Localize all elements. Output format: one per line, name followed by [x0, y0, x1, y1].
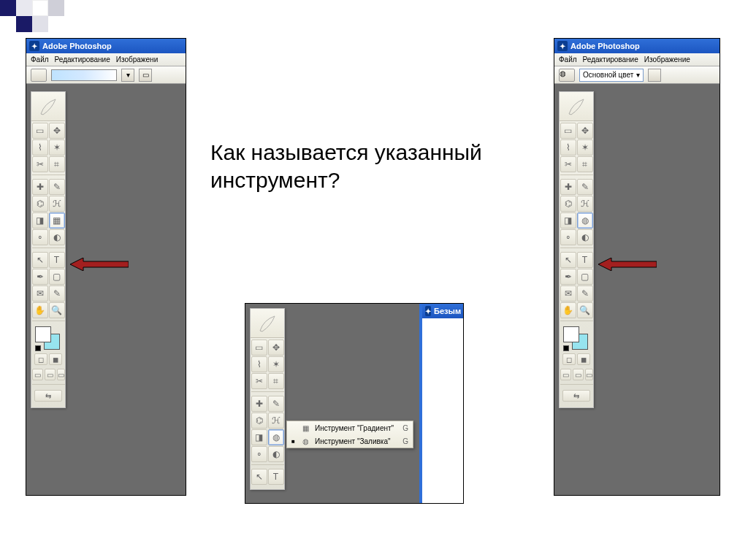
dodge-tool[interactable]: ◐ [577, 229, 593, 245]
notes-tool[interactable]: ✉ [560, 285, 576, 302]
quickmask-mode-icon[interactable]: ◼ [577, 353, 590, 365]
paint-bucket-tool[interactable]: ◍ [268, 429, 284, 445]
options-extra-icon[interactable] [648, 69, 661, 82]
magic-wand-tool[interactable]: ✶ [268, 356, 284, 372]
slice-tool[interactable]: ⌗ [49, 156, 65, 172]
screen-mode-full-icon[interactable]: ▭ [57, 369, 65, 380]
color-wells[interactable] [32, 325, 65, 351]
flyout-label: Инструмент "Заливка" [315, 437, 398, 445]
pen-tool[interactable]: ✒ [32, 269, 48, 285]
question-text: Как называется указанный инструмент? [210, 139, 482, 193]
eraser-tool[interactable]: ◨ [251, 429, 267, 445]
blur-tool[interactable]: ∘ [560, 229, 576, 245]
eraser-tool[interactable]: ◨ [32, 212, 48, 229]
default-colors-icon[interactable] [35, 345, 41, 351]
marquee-tool[interactable]: ▭ [32, 123, 48, 139]
marquee-tool[interactable]: ▭ [560, 123, 576, 139]
standard-mode-icon[interactable]: ◻ [34, 353, 47, 365]
clone-stamp-tool[interactable]: ⌬ [560, 196, 576, 212]
eraser-tool[interactable]: ◨ [560, 212, 576, 229]
foreground-color-well[interactable] [35, 326, 51, 342]
crop-tool[interactable]: ✂ [32, 156, 48, 172]
gradient-dropdown-icon[interactable]: ▾ [121, 69, 134, 82]
blur-tool[interactable]: ∘ [32, 229, 48, 245]
paint-bucket-tool[interactable]: ◍ [577, 212, 593, 229]
standard-mode-icon[interactable]: ◻ [562, 353, 576, 365]
menu-edit[interactable]: Редактирование [583, 55, 638, 64]
screen-mode-full-icon[interactable]: ▭ [585, 369, 593, 380]
fill-source-select[interactable]: Основной цвет▾ [579, 69, 644, 82]
history-brush-tool[interactable]: ℋ [577, 196, 593, 212]
menu-file[interactable]: Файл [31, 55, 49, 64]
gradient-linear-icon[interactable]: ▭ [139, 69, 152, 82]
eyedropper-tool[interactable]: ✎ [49, 285, 65, 302]
hand-tool[interactable]: ✋ [32, 302, 48, 318]
brush-tool[interactable]: ✎ [49, 179, 65, 195]
eyedropper-tool[interactable]: ✎ [577, 285, 593, 302]
flyout-item-gradient[interactable]: ▦ Инструмент "Градиент" G [287, 421, 413, 434]
flyout-item-bucket[interactable]: ■ ◍ Инструмент "Заливка" G [287, 434, 413, 448]
path-select-tool[interactable]: ↖ [251, 469, 267, 485]
gradient-tool[interactable]: ▦ [49, 212, 65, 229]
quickmask-mode-icon[interactable]: ◼ [49, 353, 62, 365]
clone-stamp-tool[interactable]: ⌬ [251, 413, 267, 429]
color-wells[interactable] [560, 325, 593, 351]
clone-stamp-tool[interactable]: ⌬ [32, 196, 48, 212]
lasso-tool[interactable]: ⌇ [251, 356, 267, 372]
history-brush-tool[interactable]: ℋ [268, 413, 284, 429]
marquee-tool[interactable]: ▭ [251, 340, 267, 356]
dodge-tool[interactable]: ◐ [268, 446, 284, 462]
crop-tool[interactable]: ✂ [251, 373, 267, 389]
screen-mode-full-menu-icon[interactable]: ▭ [573, 369, 584, 380]
jump-to-imageready-icon[interactable]: ⇆ [562, 390, 590, 402]
type-tool[interactable]: T [577, 252, 593, 268]
default-colors-icon[interactable] [563, 345, 569, 351]
zoom-tool[interactable]: 🔍 [577, 302, 593, 318]
jump-to-imageready-icon[interactable]: ⇆ [34, 390, 62, 402]
dodge-tool[interactable]: ◐ [49, 229, 65, 245]
document-title: Безым [434, 307, 461, 315]
type-tool[interactable]: T [268, 469, 284, 485]
shape-tool[interactable]: ▢ [577, 269, 593, 285]
menu-edit[interactable]: Редактирование [55, 55, 110, 64]
magic-wand-tool[interactable]: ✶ [577, 139, 593, 156]
menu-bar[interactable]: Файл Редактирование Изображени [26, 53, 186, 66]
slice-tool[interactable]: ⌗ [268, 373, 284, 389]
path-select-tool[interactable]: ↖ [560, 252, 576, 268]
zoom-tool[interactable]: 🔍 [49, 302, 65, 318]
lasso-tool[interactable]: ⌇ [32, 139, 48, 156]
foreground-color-well[interactable] [563, 326, 579, 342]
menu-image[interactable]: Изображени [116, 55, 158, 64]
tool-preset-well[interactable] [31, 69, 47, 82]
heal-tool[interactable]: ✚ [560, 179, 576, 195]
screen-mode-standard-icon[interactable]: ▭ [32, 369, 43, 380]
screen-mode-standard-icon[interactable]: ▭ [560, 369, 571, 380]
crop-tool[interactable]: ✂ [560, 156, 576, 172]
brush-tool[interactable]: ✎ [268, 396, 284, 412]
doc-icon: ✦ [425, 306, 431, 316]
hand-tool[interactable]: ✋ [560, 302, 576, 318]
tool-preset-well[interactable]: ◍ [559, 69, 575, 82]
toolbox: ▭ ✥ ⌇ ✶ ✂ ⌗ ✚ ✎ ⌬ ℋ ◨ ▦ ∘ ◐ ↖ T ✒ ▢ ✉ [31, 91, 66, 408]
slice-tool[interactable]: ⌗ [577, 156, 593, 172]
brush-tool[interactable]: ✎ [577, 179, 593, 195]
type-tool[interactable]: T [49, 252, 65, 268]
pen-tool[interactable]: ✒ [560, 269, 576, 285]
path-select-tool[interactable]: ↖ [32, 252, 48, 268]
move-tool[interactable]: ✥ [49, 123, 65, 139]
screen-mode-full-menu-icon[interactable]: ▭ [45, 369, 56, 380]
gradient-swatch[interactable] [51, 69, 117, 81]
lasso-tool[interactable]: ⌇ [560, 139, 576, 156]
move-tool[interactable]: ✥ [268, 340, 284, 356]
menu-bar[interactable]: Файл Редактирование Изображение [554, 53, 720, 66]
heal-tool[interactable]: ✚ [251, 396, 267, 412]
magic-wand-tool[interactable]: ✶ [49, 139, 65, 156]
move-tool[interactable]: ✥ [577, 123, 593, 139]
blur-tool[interactable]: ∘ [251, 446, 267, 462]
notes-tool[interactable]: ✉ [32, 285, 48, 302]
menu-file[interactable]: Файл [559, 55, 577, 64]
menu-image[interactable]: Изображение [644, 55, 690, 64]
history-brush-tool[interactable]: ℋ [49, 196, 65, 212]
shape-tool[interactable]: ▢ [49, 269, 65, 285]
heal-tool[interactable]: ✚ [32, 179, 48, 195]
